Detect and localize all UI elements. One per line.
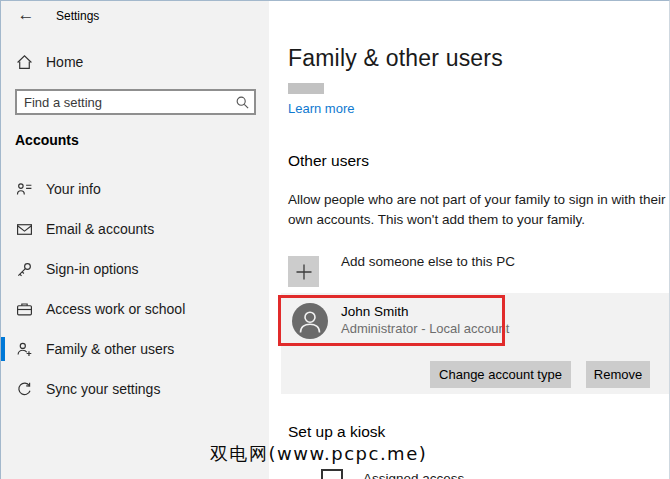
kiosk-heading: Set up a kiosk [288,423,385,441]
search-box[interactable] [15,89,256,115]
sidebar-item-access-work-school[interactable]: Access work or school [1,289,269,329]
user-account-detail: Administrator - Local account [341,321,509,336]
briefcase-icon [15,300,33,318]
user-avatar [292,303,328,339]
redacted-text-box [288,83,324,94]
watermark-text: 双电网(www.pcpc.me) [210,442,427,466]
search-input[interactable] [17,95,234,110]
person-plus-icon [15,340,33,358]
sidebar-item-label: Your info [46,181,101,197]
your-info-icon [15,180,33,198]
sidebar-item-label: Sync your settings [46,381,160,397]
sidebar-item-your-info[interactable]: Your info [1,169,269,209]
sidebar: ← Settings Home Accounts [1,1,269,479]
other-users-description: Allow people who are not part of your fa… [288,190,666,231]
user-name: John Smith [341,304,409,319]
sidebar-item-family-other-users[interactable]: Family & other users [1,329,269,369]
sidebar-item-home[interactable]: Home [15,53,83,71]
plus-icon [288,256,319,287]
assigned-access-button[interactable]: Assigned access [321,469,464,479]
sidebar-item-label: Access work or school [46,301,185,317]
search-icon[interactable] [234,95,254,110]
remove-button[interactable]: Remove [586,361,650,388]
assigned-access-label: Assigned access [363,471,464,479]
change-account-type-button[interactable]: Change account type [430,361,571,388]
settings-window: ← Settings Home Accounts [0,0,670,479]
learn-more-link[interactable]: Learn more [288,101,354,116]
sidebar-item-label: Sign-in options [46,261,139,277]
add-someone-else-button[interactable]: Add someone else to this PC [288,254,515,287]
sync-icon [15,380,33,398]
sidebar-nav: Your info Email & accounts [1,169,269,409]
sidebar-item-label: Email & accounts [46,221,154,237]
sidebar-item-sync-settings[interactable]: Sync your settings [1,369,269,409]
sidebar-item-sign-in-options[interactable]: Sign-in options [1,249,269,289]
sidebar-item-email-accounts[interactable]: Email & accounts [1,209,269,249]
sidebar-item-label: Home [46,54,83,70]
sidebar-section-accounts: Accounts [15,132,79,148]
other-users-heading: Other users [288,152,369,170]
window-title: Settings [56,9,99,23]
main-content: Family & other users Learn more Other us… [269,1,670,479]
home-icon [15,53,33,71]
back-arrow-icon: ← [18,5,35,25]
email-icon [15,220,33,238]
back-button[interactable]: ← [13,3,39,27]
selection-accent-bar [1,337,5,361]
add-someone-else-label: Add someone else to this PC [341,254,515,270]
key-icon [15,260,33,278]
sidebar-item-label: Family & other users [46,341,174,357]
assigned-access-icon [321,469,343,479]
page-title: Family & other users [288,45,503,72]
